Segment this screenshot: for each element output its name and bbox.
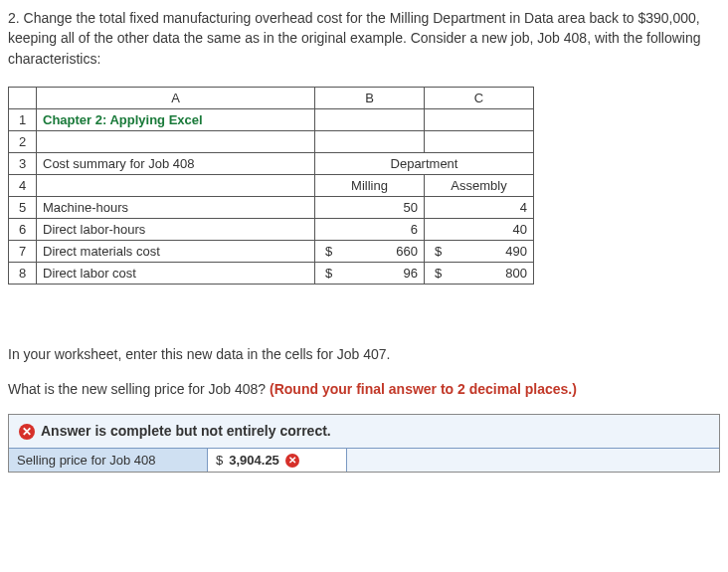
machine-hours-milling: 50 [315,196,425,218]
value: 490 [505,244,527,259]
cell-a2 [37,130,315,152]
answer-row: Selling price for Job 408 $ 3,904.25 ✕ [9,448,719,472]
department-header: Department [315,152,534,174]
corner-cell [9,87,37,108]
row-header: 7 [9,240,37,262]
question-text: 2. Change the total fixed manufacturing … [8,8,720,69]
answer-label: Selling price for Job 408 [9,449,208,472]
cell-b2 [315,130,425,152]
error-icon: ✕ [19,424,35,440]
cell-a1: Chapter 2: Applying Excel [37,108,315,130]
instruction-2-prefix: What is the new selling price for Job 40… [8,381,270,397]
row-header: 1 [9,108,37,130]
feedback-box: ✕Answer is complete but not entirely cor… [8,414,720,473]
feedback-header-text: Answer is complete but not entirely corr… [41,423,331,439]
value: 96 [404,266,418,281]
row-header: 5 [9,196,37,218]
cell-b1 [315,108,425,130]
spreadsheet-table: A B C 1 Chapter 2: Applying Excel 2 3 Co… [8,87,534,285]
machine-hours-assembly: 4 [425,196,534,218]
row-header: 6 [9,218,37,240]
row-header: 8 [9,262,37,284]
direct-labor-cost-milling: $96 [315,262,425,284]
row-header: 3 [9,152,37,174]
instruction-2-emphasis: (Round your final answer to 2 decimal pl… [270,381,577,397]
dollar-sign: $ [431,266,442,281]
direct-materials-label: Direct materials cost [37,240,315,262]
direct-labor-hours-assembly: 40 [425,218,534,240]
feedback-remainder [347,449,719,472]
answer-value: 3,904.25 [229,453,279,468]
cell-c2 [425,130,534,152]
cell-a3: Cost summary for Job 408 [37,152,315,174]
error-icon: ✕ [285,454,299,468]
value: 660 [396,244,418,259]
row-header: 4 [9,174,37,196]
cell-c1 [425,108,534,130]
col-header-c: C [425,87,534,108]
answer-value-cell[interactable]: $ 3,904.25 ✕ [208,449,347,472]
dollar-sign: $ [431,244,442,259]
milling-header: Milling [315,174,425,196]
chapter-title: Chapter 2: Applying Excel [43,112,203,127]
dollar-sign: $ [321,244,332,259]
dollar-sign: $ [321,266,332,281]
instruction-2: What is the new selling price for Job 40… [8,379,720,400]
feedback-header: ✕Answer is complete but not entirely cor… [9,415,719,448]
col-header-a: A [37,87,315,108]
machine-hours-label: Machine-hours [37,196,315,218]
instruction-1: In your worksheet, enter this new data i… [8,344,720,365]
direct-materials-assembly: $490 [425,240,534,262]
value: 800 [505,266,527,281]
col-header-b: B [315,87,425,108]
direct-labor-hours-milling: 6 [315,218,425,240]
direct-materials-milling: $660 [315,240,425,262]
direct-labor-cost-assembly: $800 [425,262,534,284]
direct-labor-hours-label: Direct labor-hours [37,218,315,240]
cell-a4 [37,174,315,196]
direct-labor-cost-label: Direct labor cost [37,262,315,284]
row-header: 2 [9,130,37,152]
currency-symbol: $ [216,453,223,468]
assembly-header: Assembly [425,174,534,196]
